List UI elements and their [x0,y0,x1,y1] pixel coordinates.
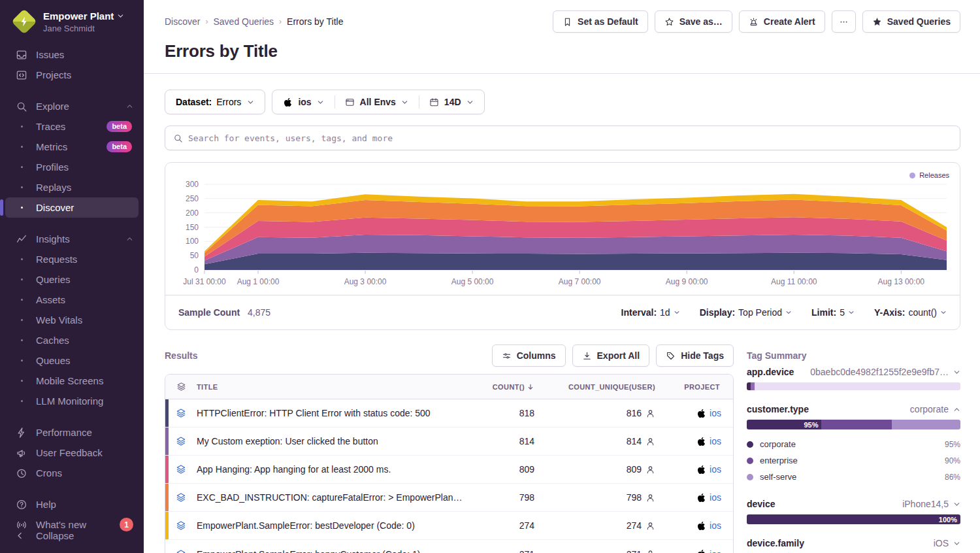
date-range-selector[interactable]: 14D [419,90,484,114]
column-project[interactable]: PROJECT [684,383,733,391]
sidebar-item-requests[interactable]: Requests [5,249,139,269]
layers-icon[interactable] [176,549,186,553]
layers-icon[interactable] [176,436,186,446]
search-input[interactable] [188,133,952,143]
sidebar-item-label: Metrics [36,141,67,152]
sidebar-item-queries[interactable]: Queries [5,269,139,290]
export-all-button[interactable]: Export All [572,344,650,367]
chevron-down-icon [674,309,680,316]
hide-tags-button[interactable]: Hide Tags [656,344,734,367]
sidebar-item-issues[interactable]: Issues [5,44,139,65]
sidebar-item-performance[interactable]: Performance [5,422,139,443]
sidebar-item-assets[interactable]: Assets [5,290,139,310]
table-row[interactable]: EXC_BAD_INSTRUCTION: captureFatalError: … [165,484,733,512]
sidebar-item-caches[interactable]: Caches [5,330,139,350]
sidebar-nav: IssuesProjectsExploreTracesbetaMetricsbe… [0,44,144,535]
sidebar-item-web-vitals[interactable]: Web Vitals [5,310,139,330]
table-row[interactable]: My Custom exeption: User clicked the but… [165,427,733,456]
yaxis-selector[interactable]: Y-Axis: count() [874,307,947,318]
tag-list-item[interactable]: enterprise90% [747,452,960,469]
sidebar-item-profiles[interactable]: Profiles [5,157,139,177]
apple-icon [697,493,706,503]
table-row[interactable]: App Hanging: App hanging for at least 20… [165,456,733,484]
project-link[interactable]: ios [710,408,721,418]
sidebar-item-mobile-screens[interactable]: Mobile Screens [5,371,139,391]
tag-distribution-bar[interactable]: 100% [747,514,960,524]
sidebar-section-insights[interactable]: Insights [5,229,139,249]
tag-distribution-bar[interactable] [747,382,960,390]
save-as-button[interactable]: Save as… [655,10,732,33]
org-switcher[interactable]: Empower Plant Jane Schmidt [0,0,144,34]
count-value: 274 [519,520,544,531]
svg-text:Aug 7 00:00: Aug 7 00:00 [559,277,601,286]
sidebar-item-queues[interactable]: Queues [5,350,139,371]
error-title[interactable]: My Custom exeption: User clicked the but… [197,436,475,446]
table-row[interactable]: EmpowerPlant.SampleError: happyCustomer … [165,540,733,553]
tag-list-item[interactable]: corporate95% [747,436,960,452]
tag-toggle[interactable]: iPhone14,5 [902,499,960,509]
tag-distribution-bar[interactable]: 95% [747,420,960,429]
chart-legend[interactable]: Releases [909,171,949,179]
project-link[interactable]: ios [710,492,721,503]
more-options-button[interactable] [832,10,856,33]
error-title[interactable]: EXC_BAD_INSTRUCTION: captureFatalError: … [197,492,475,503]
table-row[interactable]: EmpowerPlant.SampleError: bestDeveloper … [165,512,733,540]
project-link[interactable]: ios [710,436,721,446]
sidebar-item-label: Traces [36,121,65,132]
dataset-selector[interactable]: Dataset: Errors [165,90,265,114]
layers-icon[interactable] [176,464,186,475]
layers-icon[interactable] [176,520,186,531]
apple-icon [697,437,706,446]
tag-bar-segment: 95% [747,420,821,429]
tag-toggle[interactable]: corporate [910,404,960,414]
layers-icon[interactable] [176,492,186,503]
table-row[interactable]: HTTPClientError: HTTP Client Error with … [165,399,733,427]
sidebar-item-label: Mobile Screens [36,375,103,386]
error-title[interactable]: EmpowerPlant.SampleError: bestDeveloper … [197,520,475,531]
layers-icon[interactable] [176,408,186,418]
sidebar-item-crons[interactable]: Crons [5,463,139,483]
count-unique-value: 816 [627,408,664,418]
sidebar-item-user-feedback[interactable]: User Feedback [5,443,139,463]
limit-selector[interactable]: Limit: 5 [811,307,855,318]
project-selector[interactable]: ios [272,90,334,114]
interval-selector[interactable]: Interval: 1d [621,307,680,318]
set-as-default-button[interactable]: Set as Default [553,10,648,33]
project-link[interactable]: ios [710,464,721,475]
count-unique-value: 798 [627,492,664,503]
bookmark-icon [563,17,572,27]
saved-queries-button[interactable]: Saved Queries [862,10,960,33]
columns-button[interactable]: Columns [492,344,566,367]
sidebar-item-label: Discover [36,202,74,213]
error-title[interactable]: EmpowerPlant.SampleError: happyCustomer … [197,549,475,553]
column-title[interactable]: TITLE [197,383,475,391]
sidebar-item-projects[interactable]: Projects [5,65,139,85]
breadcrumb-saved-queries[interactable]: Saved Queries [213,16,274,27]
sidebar-item-discover[interactable]: Discover [5,197,139,218]
breadcrumb-discover[interactable]: Discover [165,16,200,27]
sidebar-item-replays[interactable]: Replays [5,177,139,197]
error-title[interactable]: HTTPClientError: HTTP Client Error with … [197,408,475,418]
sidebar-item-metrics[interactable]: Metricsbeta [5,137,139,157]
sidebar-section-explore[interactable]: Explore [5,96,139,116]
column-count[interactable]: COUNT() [493,383,544,391]
tag-list-item[interactable]: self-serve86% [747,469,960,485]
tag-toggle[interactable]: 0baebc0de4982f1255f2e9e9fb7… [810,367,960,377]
sidebar-collapse-button[interactable]: Collapse [5,526,139,546]
display-selector[interactable]: Display: Top Period [700,307,792,318]
tag-block: deviceiPhone14,5100% [747,499,960,524]
count-unique-value: 274 [627,520,664,531]
project-link[interactable]: ios [710,520,721,531]
svg-text:200: 200 [186,209,199,218]
column-count-unique[interactable]: COUNT_UNIQUE(USER) [568,383,664,391]
create-alert-button[interactable]: Create Alert [739,10,825,33]
sidebar-item-traces[interactable]: Tracesbeta [5,116,139,137]
tag-toggle[interactable]: iOS [934,538,960,548]
sidebar-item-help[interactable]: Help [5,494,139,514]
chevron-down-icon [953,540,960,547]
environment-selector[interactable]: All Envs [335,90,419,114]
error-title[interactable]: App Hanging: App hanging for at least 20… [197,464,475,475]
events-chart[interactable]: 050100150200250300Jul 31 00:00Aug 1 00:0… [165,163,960,295]
project-link[interactable]: ios [710,549,721,553]
sidebar-item-llm-monitoring[interactable]: LLM Monitoring [5,391,139,411]
